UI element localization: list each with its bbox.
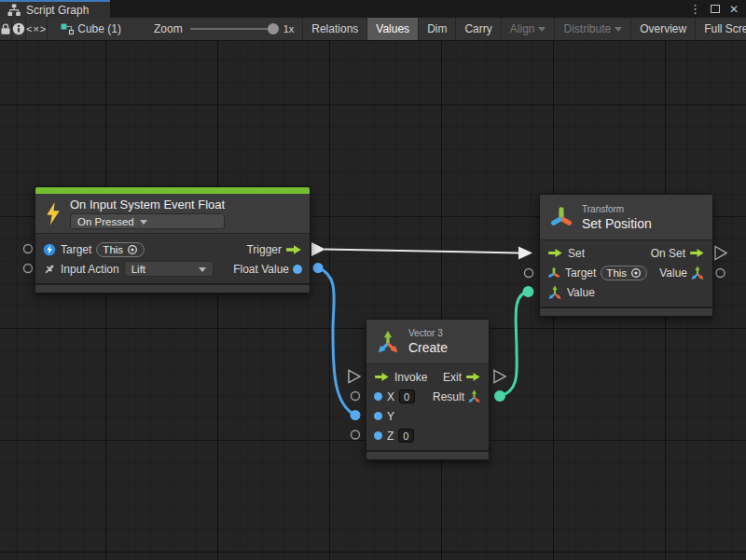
port-value-in[interactable] (523, 286, 534, 297)
relations-label: Relations (311, 22, 358, 35)
node-title: Create (408, 340, 448, 355)
port-y-in[interactable] (351, 410, 361, 420)
wire-result-to-value[interactable] (500, 292, 529, 396)
close-icon[interactable]: ✕ (729, 3, 739, 16)
relations-button[interactable]: Relations (302, 18, 366, 40)
value-in-label: Value (567, 286, 595, 299)
trigger-label: Trigger (246, 243, 282, 256)
port-result-out[interactable] (494, 390, 505, 402)
title-bar: Script Graph ⋮ ✕ (0, 0, 746, 18)
maximize-icon[interactable] (711, 5, 720, 13)
values-label: Values (376, 22, 409, 35)
tab-script-graph[interactable]: Script Graph (0, 0, 110, 18)
window-menu-icon[interactable]: ⋮ (689, 3, 701, 15)
node-footer (366, 450, 489, 459)
node-vector3-create[interactable]: Vector 3 Create Invoke Exit (366, 319, 490, 460)
toolbar-buttons: Relations Values Dim Carry Align Distrib… (302, 18, 746, 40)
port-invoke-in[interactable] (349, 371, 360, 383)
port-event-action-in[interactable] (24, 265, 33, 273)
window-controls: ⋮ ✕ (689, 0, 746, 18)
event-mode-dropdown[interactable]: On Pressed (70, 213, 225, 229)
carry-button[interactable]: Carry (455, 18, 500, 40)
node-footer (35, 283, 310, 293)
dim-button[interactable]: Dim (418, 18, 455, 40)
z-port[interactable] (374, 431, 382, 440)
vector3-icon[interactable] (690, 266, 705, 280)
exit-label: Exit (443, 371, 462, 384)
x-row: X 0 Result (366, 387, 489, 406)
zoom-slider[interactable] (190, 28, 276, 30)
x-port[interactable] (374, 392, 382, 401)
info-button[interactable] (12, 18, 26, 40)
value-out-label: Value (659, 266, 687, 280)
node-title: On Input System Event Float (70, 198, 225, 212)
wire-floatvalue-to-y[interactable] (318, 268, 355, 416)
y-port[interactable] (374, 412, 382, 420)
port-exit-out[interactable] (494, 371, 505, 383)
flow-arrow-icon[interactable] (547, 248, 563, 258)
port-event-target-in[interactable] (24, 245, 33, 253)
code-icon: <×> (26, 23, 47, 34)
code-view-button[interactable]: <×> (26, 18, 48, 40)
zoom-control: Zoom 1x (130, 18, 302, 40)
port-z-in[interactable] (352, 430, 360, 439)
flow-arrow-icon[interactable] (689, 248, 705, 258)
input-action-icon (43, 263, 56, 276)
values-button[interactable]: Values (366, 18, 418, 40)
input-action-label: Input Action (61, 263, 119, 276)
transform-target-row: Target This Value (540, 263, 712, 282)
input-system-icon (43, 243, 56, 256)
invoke-label: Invoke (394, 371, 427, 384)
target-this-pill[interactable]: This (601, 266, 647, 280)
port-onset-out[interactable] (715, 247, 726, 260)
port-transform-value-out[interactable] (716, 269, 725, 278)
result-label: Result (433, 390, 464, 403)
graph-canvas[interactable]: On Input System Event Float On Pressed T… (0, 41, 746, 560)
float-value-port[interactable] (293, 265, 302, 274)
lock-button[interactable] (0, 18, 12, 40)
fullscreen-button[interactable]: Full Screen (695, 18, 746, 40)
target-picker-icon (127, 244, 138, 255)
port-transform-target-in[interactable] (525, 269, 533, 278)
overview-button[interactable]: Overview (630, 18, 695, 40)
wire-trigger-to-set[interactable] (325, 250, 519, 253)
on-set-label: On Set (651, 247, 685, 260)
event-node-accent-bar (35, 187, 310, 194)
graph-target-label: Cube (1) (77, 22, 121, 35)
target-picker-icon (630, 267, 642, 279)
flow-arrow-icon[interactable] (374, 372, 390, 382)
port-x-in[interactable] (352, 392, 360, 401)
vector3-icon (376, 330, 400, 354)
port-trigger-out[interactable] (311, 242, 325, 256)
dim-label: Dim (427, 22, 447, 35)
z-value-field[interactable]: 0 (398, 429, 414, 443)
flow-arrow-icon[interactable] (285, 244, 302, 255)
y-row: Y (366, 406, 489, 426)
input-action-dropdown[interactable]: Lift (124, 261, 214, 277)
overview-label: Overview (640, 22, 686, 35)
vector3-icon[interactable] (467, 389, 481, 403)
node-type-label: Vector 3 (408, 328, 448, 338)
node-on-input-system-event-float[interactable]: On Input System Event Float On Pressed T… (35, 186, 311, 294)
chevron-down-icon (199, 267, 206, 276)
y-label: Y (387, 410, 394, 423)
info-icon (12, 22, 25, 35)
chevron-down-icon (538, 27, 546, 35)
x-value-field[interactable]: 0 (399, 389, 415, 403)
chevron-down-icon (615, 27, 622, 35)
node-type-label: Transform (582, 204, 652, 214)
port-floatvalue-out[interactable] (313, 263, 324, 273)
vector3-icon[interactable] (547, 285, 562, 300)
target-this-label: This (103, 244, 123, 255)
distribute-label: Distribute (563, 22, 611, 35)
node-transform-set-position[interactable]: Transform Set Position Set On Set (539, 194, 713, 317)
zoom-slider-handle[interactable] (268, 23, 279, 34)
x-label: X (387, 390, 394, 403)
align-button[interactable]: Align (501, 18, 555, 40)
z-row: Z 0 (366, 426, 489, 445)
graph-target-button[interactable]: Cube (1) (48, 18, 130, 40)
target-this-pill[interactable]: This (96, 242, 145, 257)
transform-icon (547, 266, 560, 280)
distribute-button[interactable]: Distribute (554, 18, 630, 40)
flow-arrow-icon[interactable] (465, 372, 481, 382)
